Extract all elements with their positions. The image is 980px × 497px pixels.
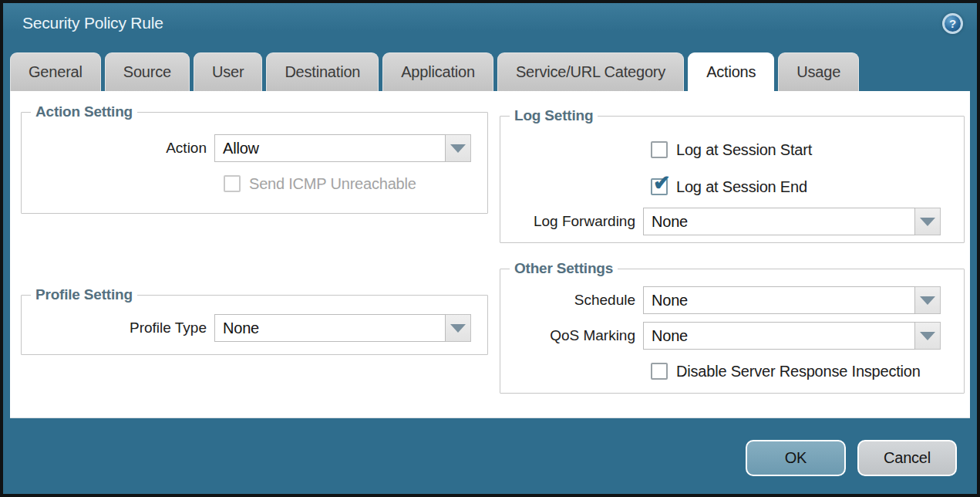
security-policy-rule-dialog: Security Policy Rule ? GeneralSourceUser… — [0, 0, 980, 497]
action-row: Action Allow — [22, 134, 487, 162]
actions-tab-panel: Action Setting Action Allow Send ICMP Un… — [10, 91, 970, 418]
log-session-start-checkbox-row: Log at Session Start — [651, 140, 812, 159]
disable-server-response-inspection-checkbox[interactable] — [651, 363, 668, 380]
qos-marking-dropdown-value[interactable]: None — [643, 322, 915, 350]
log-session-start-label: Log at Session Start — [676, 141, 812, 159]
dialog-footer: OK Cancel — [746, 440, 957, 476]
log-forwarding-row: Log Forwarding None — [500, 208, 964, 235]
qos-marking-label: QoS Marking — [500, 327, 643, 344]
qos-marking-dropdown[interactable]: None — [643, 322, 941, 350]
disable-server-response-inspection-label: Disable Server Response Inspection — [676, 363, 921, 380]
chevron-down-icon — [450, 144, 466, 153]
log-setting-group: Log Setting Log at Session Start Log at … — [500, 116, 965, 243]
send-icmp-unreachable-checkbox-row: Send ICMP Unreachable — [224, 174, 416, 193]
log-forwarding-label: Log Forwarding — [500, 213, 643, 230]
chevron-down-icon — [920, 296, 935, 305]
tab-general[interactable]: General — [10, 52, 101, 91]
log-session-end-label: Log at Session End — [676, 178, 807, 196]
action-dropdown-button[interactable] — [446, 134, 471, 162]
profile-type-dropdown-button[interactable] — [446, 314, 471, 342]
action-setting-legend: Action Setting — [31, 103, 137, 120]
profile-setting-legend: Profile Setting — [31, 286, 137, 303]
chevron-down-icon — [920, 218, 935, 226]
send-icmp-unreachable-label: Send ICMP Unreachable — [249, 175, 416, 193]
tab-service-url-category[interactable]: Service/URL Category — [497, 52, 684, 91]
cancel-button[interactable]: Cancel — [857, 440, 957, 476]
schedule-dropdown-value[interactable]: None — [643, 286, 915, 314]
ok-button[interactable]: OK — [746, 440, 846, 476]
schedule-label: Schedule — [500, 292, 643, 309]
log-session-start-checkbox[interactable] — [651, 141, 668, 158]
profile-setting-group: Profile Setting Profile Type None — [21, 295, 488, 355]
disable-server-response-inspection-checkbox-row: Disable Server Response Inspection — [651, 362, 921, 380]
dialog-title: Security Policy Rule — [22, 14, 163, 32]
qos-marking-dropdown-button[interactable] — [915, 322, 941, 350]
log-setting-legend: Log Setting — [510, 107, 598, 124]
dialog-titlebar: Security Policy Rule ? — [3, 3, 977, 43]
action-setting-group: Action Setting Action Allow Send ICMP Un… — [21, 112, 488, 214]
schedule-dropdown-button[interactable] — [915, 286, 941, 314]
tab-application[interactable]: Application — [382, 52, 493, 91]
profile-type-dropdown[interactable]: None — [214, 314, 471, 342]
profile-type-dropdown-value[interactable]: None — [214, 314, 446, 342]
chevron-down-icon — [920, 332, 935, 340]
help-icon[interactable]: ? — [942, 13, 963, 34]
log-forwarding-dropdown-value[interactable]: None — [643, 208, 915, 235]
chevron-down-icon — [450, 324, 466, 333]
profile-type-label: Profile Type — [22, 320, 214, 336]
tab-usage[interactable]: Usage — [778, 52, 859, 91]
tab-user[interactable]: User — [194, 52, 262, 91]
log-session-end-checkbox-row: Log at Session End — [651, 178, 807, 196]
tab-source[interactable]: Source — [105, 52, 190, 91]
log-forwarding-dropdown-button[interactable] — [915, 208, 941, 235]
schedule-dropdown[interactable]: None — [643, 286, 941, 314]
send-icmp-unreachable-checkbox — [224, 175, 241, 192]
tab-bar: GeneralSourceUserDestinationApplicationS… — [10, 52, 977, 91]
tab-actions[interactable]: Actions — [688, 52, 774, 91]
qos-marking-row: QoS Marking None — [500, 322, 964, 350]
tab-destination[interactable]: Destination — [266, 52, 379, 91]
schedule-row: Schedule None — [500, 286, 964, 314]
log-session-end-checkbox[interactable] — [651, 178, 668, 195]
action-dropdown-value[interactable]: Allow — [214, 134, 446, 162]
log-forwarding-dropdown[interactable]: None — [643, 208, 941, 235]
action-label: Action — [22, 140, 214, 157]
action-dropdown[interactable]: Allow — [214, 134, 471, 162]
other-settings-group: Other Settings Schedule None QoS Marking… — [500, 269, 965, 394]
help-glyph: ? — [949, 17, 956, 30]
profile-type-row: Profile Type None — [22, 314, 487, 342]
other-settings-legend: Other Settings — [510, 260, 618, 277]
